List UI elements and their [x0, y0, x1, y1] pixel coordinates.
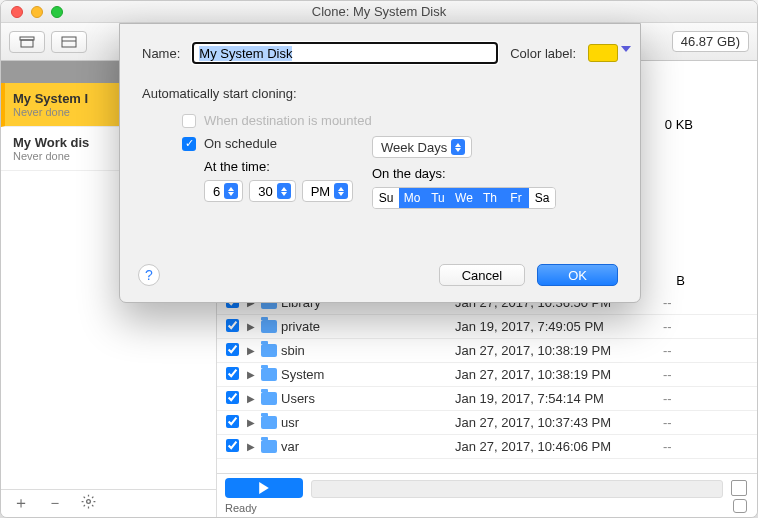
checkbox-on-icon[interactable]: ✓ — [182, 137, 196, 151]
file-date: Jan 19, 2017, 7:54:14 PM — [455, 391, 655, 406]
file-name: sbin — [281, 343, 455, 358]
table-row[interactable]: ▶privateJan 19, 2017, 7:49:05 PM-- — [217, 315, 757, 339]
disclosure-icon[interactable]: ▶ — [247, 321, 261, 332]
stepper-icon — [277, 183, 291, 199]
toolbar-archive-button[interactable] — [9, 31, 45, 53]
chevron-icon — [451, 139, 465, 155]
disclosure-icon[interactable]: ▶ — [247, 345, 261, 356]
file-extra: -- — [655, 319, 757, 334]
opt-destination-mounted: When destination is mounted — [182, 113, 618, 128]
schedule-select[interactable]: Week Days — [372, 136, 472, 158]
sidebar-footer: ＋ － — [1, 489, 217, 517]
file-date: Jan 27, 2017, 10:46:06 PM — [455, 439, 655, 454]
checkbox-icon — [182, 114, 196, 128]
row-checkbox[interactable] — [226, 391, 239, 404]
svg-point-4 — [87, 500, 91, 504]
gear-icon[interactable] — [81, 494, 96, 513]
days-label: On the days: — [372, 166, 556, 181]
folder-icon — [261, 344, 277, 357]
remove-icon[interactable]: － — [47, 493, 63, 514]
svg-rect-2 — [62, 37, 76, 47]
svg-rect-1 — [21, 40, 33, 47]
schedule-sheet: Name: Color label: Automatically start c… — [119, 23, 641, 303]
footer: Ready — [217, 473, 757, 517]
time-label: At the time: — [182, 159, 372, 174]
file-date: Jan 19, 2017, 7:49:05 PM — [455, 319, 655, 334]
day-fr[interactable]: Fr — [503, 188, 529, 208]
start-button[interactable] — [225, 478, 303, 498]
folder-icon — [261, 392, 277, 405]
name-input[interactable] — [192, 42, 498, 64]
file-extra: -- — [655, 367, 757, 382]
table-row[interactable]: ▶varJan 27, 2017, 10:46:06 PM-- — [217, 435, 757, 459]
file-extra: -- — [655, 391, 757, 406]
color-swatch[interactable] — [588, 44, 618, 62]
file-name: usr — [281, 415, 455, 430]
day-tu[interactable]: Tu — [425, 188, 451, 208]
color-label: Color label: — [510, 46, 576, 61]
opt-label: When destination is mounted — [204, 113, 372, 128]
row-checkbox[interactable] — [226, 367, 239, 380]
file-date: Jan 27, 2017, 10:38:19 PM — [455, 367, 655, 382]
file-extra: -- — [655, 295, 757, 310]
day-th[interactable]: Th — [477, 188, 503, 208]
file-name: var — [281, 439, 455, 454]
folder-icon — [261, 368, 277, 381]
day-mo[interactable]: Mo — [399, 188, 425, 208]
disclosure-icon[interactable]: ▶ — [247, 441, 261, 452]
file-extra: -- — [655, 439, 757, 454]
disclosure-icon[interactable]: ▶ — [247, 369, 261, 380]
stat-b: B — [676, 273, 685, 288]
folder-icon — [261, 440, 277, 453]
titlebar: Clone: My System Disk — [1, 1, 757, 23]
svg-marker-5 — [259, 482, 269, 494]
hour-select[interactable]: 6 — [204, 180, 243, 202]
day-su[interactable]: Su — [373, 188, 399, 208]
day-we[interactable]: We — [451, 188, 477, 208]
window-title: Clone: My System Disk — [1, 4, 757, 19]
file-extra: -- — [655, 415, 757, 430]
status-label: Ready — [225, 502, 749, 514]
page-icon[interactable] — [731, 480, 747, 496]
file-name: Users — [281, 391, 455, 406]
capacity-label: 46.87 GB) — [672, 31, 749, 52]
day-sa[interactable]: Sa — [529, 188, 555, 208]
auto-start-header: Automatically start cloning: — [142, 86, 618, 101]
disclosure-icon[interactable]: ▶ — [247, 393, 261, 404]
folder-icon — [261, 416, 277, 429]
opt-schedule-label: On schedule — [204, 136, 277, 151]
days-selector[interactable]: SuMoTuWeThFrSa — [372, 187, 556, 209]
table-row[interactable]: ▶UsersJan 19, 2017, 7:54:14 PM-- — [217, 387, 757, 411]
ampm-select[interactable]: PM — [302, 180, 354, 202]
row-checkbox[interactable] — [226, 415, 239, 428]
progress-bar — [311, 480, 723, 498]
app-window: Clone: My System Disk 46.87 GB) Cl… My S… — [0, 0, 758, 518]
ok-button[interactable]: OK — [537, 264, 618, 286]
folder-icon — [261, 320, 277, 333]
row-checkbox[interactable] — [226, 319, 239, 332]
file-name: System — [281, 367, 455, 382]
table-row[interactable]: ▶usrJan 27, 2017, 10:37:43 PM-- — [217, 411, 757, 435]
row-checkbox[interactable] — [226, 343, 239, 356]
row-checkbox[interactable] — [226, 439, 239, 452]
stepper-icon — [334, 183, 348, 199]
cancel-button[interactable]: Cancel — [439, 264, 525, 286]
file-date: Jan 27, 2017, 10:38:19 PM — [455, 343, 655, 358]
stepper-icon — [224, 183, 238, 199]
add-icon[interactable]: ＋ — [13, 493, 29, 514]
stat-kb: 0 KB — [665, 117, 693, 132]
minute-select[interactable]: 30 — [249, 180, 295, 202]
name-label: Name: — [142, 46, 180, 61]
help-button[interactable]: ? — [138, 264, 160, 286]
file-name: private — [281, 319, 455, 334]
file-extra: -- — [655, 343, 757, 358]
table-row[interactable]: ▶SystemJan 27, 2017, 10:38:19 PM-- — [217, 363, 757, 387]
clock-icon[interactable] — [733, 499, 747, 513]
table-row[interactable]: ▶sbinJan 27, 2017, 10:38:19 PM-- — [217, 339, 757, 363]
file-date: Jan 27, 2017, 10:37:43 PM — [455, 415, 655, 430]
toolbar-split-button[interactable] — [51, 31, 87, 53]
disclosure-icon[interactable]: ▶ — [247, 417, 261, 428]
